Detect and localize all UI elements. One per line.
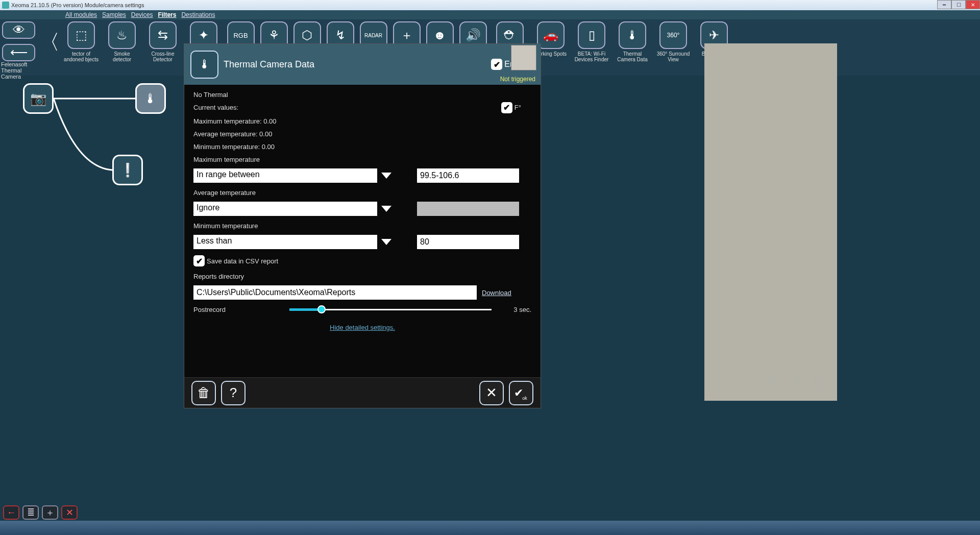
eye-icon[interactable]: 👁: [2, 21, 35, 39]
avg-temp-current: Average temperature: 0.00: [193, 130, 531, 138]
save-csv-checkbox[interactable]: ✔: [193, 255, 205, 266]
avg-temp-mode-select[interactable]: Ignore: [193, 202, 377, 216]
min-temp-current: Minimum temperature: 0.00: [193, 143, 531, 151]
window-maximize-button[interactable]: ☐: [951, 0, 966, 9]
dialog-header: 🌡 Thermal Camera Data ✔ Enabled Not trig…: [184, 44, 541, 85]
slider-thumb[interactable]: [317, 305, 326, 313]
avg-temp-value-input: [417, 202, 519, 216]
camera-watermark: ra 01: [752, 366, 827, 396]
hide-detailed-link[interactable]: Hide detailed settings.: [193, 324, 531, 331]
dialog-title: Thermal Camera Data: [224, 59, 486, 70]
box-icon: ⬚: [67, 21, 95, 49]
enabled-checkbox[interactable]: ✔: [491, 59, 502, 70]
max-temp-header: Maximum temperature: [193, 156, 531, 163]
fahrenheit-label: F°: [514, 104, 521, 111]
fire-icon: ♨: [108, 21, 136, 49]
min-temp-header: Minimum temperature: [193, 222, 531, 230]
delete-button[interactable]: 🗑: [191, 381, 216, 405]
fahrenheit-checkbox[interactable]: ✔: [501, 102, 512, 113]
ok-button[interactable]: ✔ok: [509, 381, 533, 405]
thermal-camera-dialog: 🌡 Thermal Camera Data ✔ Enabled Not trig…: [184, 43, 541, 408]
window-titlebar: Xeoma 21.10.5 (Pro version) Module/camer…: [0, 0, 980, 10]
back-arrow-icon[interactable]: ⟵: [2, 44, 35, 61]
download-link[interactable]: Download: [482, 289, 511, 297]
menu-destinations[interactable]: Destinations: [181, 11, 215, 18]
module-abandoned-objects[interactable]: ⬚tector of andoned bjects: [63, 21, 99, 62]
trigger-status: Not triggered: [500, 76, 535, 83]
add-button[interactable]: ＋: [42, 505, 58, 520]
back-button[interactable]: ←: [3, 505, 19, 520]
save-csv-label: Save data in CSV report: [207, 257, 278, 265]
module-crossline-detector[interactable]: ⇆Cross-line Detector: [145, 21, 181, 62]
window-close-button[interactable]: ✕: [966, 0, 980, 9]
close-button[interactable]: ✕: [61, 505, 78, 520]
windows-taskbar[interactable]: [0, 521, 980, 535]
chevron-down-icon[interactable]: [381, 239, 391, 245]
max-temp-current: Maximum temperature: 0.00: [193, 117, 531, 125]
list-button[interactable]: ≣: [22, 505, 39, 520]
max-temp-mode-select[interactable]: In range between: [193, 168, 377, 183]
cancel-button[interactable]: ✕: [479, 381, 504, 405]
dialog-body: No Thermal Current values: ✔ F° Maximum …: [184, 85, 541, 377]
menu-all-modules[interactable]: All modules: [65, 11, 97, 18]
help-button[interactable]: ?: [221, 381, 246, 405]
postrecord-value: 3 sec.: [501, 306, 531, 313]
max-temp-value-input[interactable]: [417, 168, 519, 183]
module-360-surround[interactable]: 360°360° Surround View: [655, 21, 691, 62]
preview-thumbnail: [511, 45, 536, 70]
min-temp-mode-select[interactable]: Less than: [193, 235, 377, 249]
module-graph: 📷 🌡 ❕: [0, 76, 184, 382]
camera-preview-background: ra 01: [704, 43, 837, 401]
min-temp-value-input[interactable]: [417, 235, 519, 249]
phone-icon: ▯: [578, 21, 605, 49]
surround-icon: 360°: [659, 21, 687, 49]
crossline-icon: ⇆: [149, 21, 177, 49]
reports-dir-input[interactable]: [193, 285, 477, 300]
dialog-thermal-icon: 🌡: [190, 51, 218, 79]
dialog-footer: 🗑 ? ✕ ✔ok: [184, 377, 541, 408]
postrecord-label: Postrecord: [193, 306, 280, 313]
menu-samples[interactable]: Samples: [102, 11, 126, 18]
app-icon: [2, 2, 9, 9]
graph-camera-node[interactable]: 📷: [23, 83, 54, 114]
reports-dir-label: Reports directory: [193, 273, 531, 280]
window-title: Xeoma 21.10.5 (Pro version) Module/camer…: [11, 2, 144, 8]
module-wifi-finder[interactable]: ▯BETA: Wi-Fi Devices Finder: [574, 21, 609, 62]
window-minimize-button[interactable]: ━: [937, 0, 951, 9]
no-thermal-label: No Thermal: [193, 91, 531, 99]
app-bottom-bar: ← ≣ ＋ ✕: [3, 505, 78, 520]
menubar: All modules Samples Devices Filters Dest…: [0, 10, 980, 19]
car-icon: 🚗: [537, 21, 565, 49]
menu-filters[interactable]: Filters: [158, 11, 176, 18]
graph-thermal-node[interactable]: 🌡: [135, 83, 166, 114]
module-smoke-detector[interactable]: ♨Smoke detector: [104, 21, 140, 62]
current-values-label: Current values:: [193, 104, 238, 111]
menu-devices[interactable]: Devices: [131, 11, 153, 18]
thermal-icon: 🌡: [619, 21, 646, 49]
toolbar-prev-icon[interactable]: 〈: [40, 21, 58, 62]
postrecord-slider[interactable]: [289, 309, 492, 310]
avg-temp-header: Average temperature: [193, 189, 531, 197]
module-thermal-camera[interactable]: 🌡Thermal Camera Data: [615, 21, 650, 62]
chevron-down-icon[interactable]: [381, 206, 391, 212]
chevron-down-icon[interactable]: [381, 173, 391, 179]
graph-alert-node[interactable]: ❕: [112, 155, 143, 185]
